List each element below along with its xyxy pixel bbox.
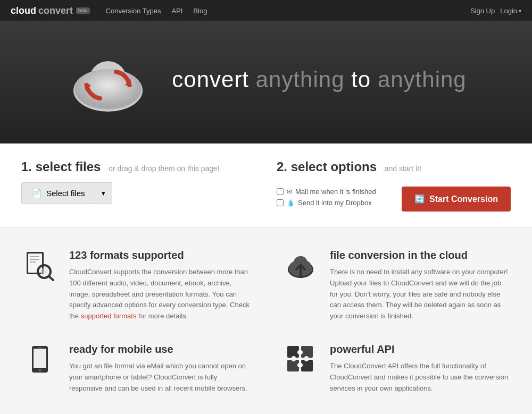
svg-rect-25 bbox=[34, 349, 46, 368]
svg-rect-34 bbox=[304, 356, 309, 361]
feature-mobile-desc: You got an file format via eMail which y… bbox=[69, 361, 250, 394]
options-area: ✉ Mail me when it is finished 💧 Send it … bbox=[277, 182, 376, 210]
refresh-icon: 🔄 bbox=[414, 194, 425, 204]
feature-formats-title: 123 formats supported bbox=[69, 249, 250, 261]
step1-num: 1. bbox=[21, 159, 32, 174]
svg-line-13 bbox=[49, 276, 53, 280]
svg-point-14 bbox=[40, 268, 48, 275]
file-icon: 📄 bbox=[31, 188, 42, 198]
features-section: 123 formats supported CloudConvert suppo… bbox=[0, 228, 532, 414]
nav-links: Conversion Types API Blog bbox=[106, 7, 470, 15]
feature-formats-content: 123 formats supported CloudConvert suppo… bbox=[69, 249, 250, 322]
logo[interactable]: cloudconvert beta bbox=[11, 5, 90, 16]
hero-logo-icon bbox=[65, 43, 151, 117]
select-files-label: Select files bbox=[46, 189, 85, 198]
hero-section: convert anything to anything bbox=[0, 21, 532, 143]
tagline-to: to bbox=[345, 67, 378, 92]
dropdown-caret-icon: ▾ bbox=[102, 189, 105, 197]
feature-cloud-icon bbox=[282, 249, 319, 283]
step2-name: select options bbox=[291, 159, 377, 174]
logo-beta-badge: beta bbox=[76, 7, 90, 14]
feature-cloud-title: file conversion in the cloud bbox=[330, 249, 511, 261]
feature-formats-icon bbox=[21, 249, 59, 283]
nav-right: Sign Up Login ▾ bbox=[470, 7, 521, 15]
svg-rect-29 bbox=[301, 346, 313, 358]
select-files-dropdown-button[interactable]: ▾ bbox=[95, 182, 112, 204]
tagline-anything1: anything bbox=[256, 67, 345, 92]
feature-formats: 123 formats supported CloudConvert suppo… bbox=[21, 249, 250, 322]
start-conversion-button[interactable]: 🔄 Start Conversion bbox=[402, 187, 511, 212]
login-link[interactable]: Login ▾ bbox=[500, 7, 521, 15]
step2-title: 2. select options and start it! bbox=[277, 159, 511, 174]
feature-cloud-content: file conversion in the cloud There is no… bbox=[330, 249, 511, 322]
feature-cloud: file conversion in the cloud There is no… bbox=[282, 249, 511, 322]
nav-link-conversion-types[interactable]: Conversion Types bbox=[106, 7, 161, 15]
step1-sub: or drag & drop them on this page! bbox=[109, 164, 220, 173]
features-grid: 123 formats supported CloudConvert suppo… bbox=[21, 249, 511, 394]
nav-link-blog[interactable]: Blog bbox=[193, 7, 207, 15]
supported-formats-link[interactable]: supported formats bbox=[81, 312, 137, 320]
feature-mobile-icon bbox=[21, 343, 59, 377]
main-section: 1. select files or drag & drop them on t… bbox=[0, 143, 532, 228]
svg-rect-30 bbox=[287, 360, 299, 371]
start-conversion-label: Start Conversion bbox=[429, 195, 498, 204]
step2-num: 2. bbox=[277, 159, 287, 174]
option-dropbox-row: 💧 Send it into my Dropbox bbox=[277, 199, 376, 207]
feature-mobile: ready for mobile use You got an file for… bbox=[21, 343, 250, 394]
sign-up-link[interactable]: Sign Up bbox=[470, 7, 495, 15]
select-files-button[interactable]: 📄 Select files bbox=[21, 182, 95, 204]
tagline-convert: convert bbox=[172, 67, 255, 92]
svg-rect-28 bbox=[287, 346, 299, 358]
option-mail-row: ✉ Mail me when it is finished bbox=[277, 188, 376, 196]
svg-point-26 bbox=[38, 369, 41, 372]
select-files-group: 📄 Select files ▾ bbox=[21, 182, 255, 204]
svg-rect-9 bbox=[30, 256, 39, 257]
logo-convert-text: convert bbox=[38, 5, 73, 16]
svg-rect-27 bbox=[38, 347, 42, 348]
tagline-anything2: anything bbox=[378, 67, 467, 92]
login-caret-icon: ▾ bbox=[519, 8, 521, 14]
svg-point-4 bbox=[74, 69, 142, 109]
feature-api-title: powerful API bbox=[330, 343, 511, 356]
svg-rect-32 bbox=[297, 350, 303, 354]
dropbox-icon: 💧 bbox=[287, 199, 295, 207]
hero-tagline: convert anything to anything bbox=[172, 67, 466, 92]
step2-sub: and start it! bbox=[385, 164, 421, 173]
svg-rect-31 bbox=[301, 360, 313, 371]
feature-api-icon bbox=[282, 343, 319, 377]
svg-rect-10 bbox=[30, 259, 39, 260]
steps-row: 1. select files or drag & drop them on t… bbox=[21, 159, 511, 212]
feature-formats-desc: CloudConvert supports the conversion bet… bbox=[69, 267, 250, 322]
login-label: Login bbox=[500, 7, 517, 15]
feature-cloud-desc: There is no need to install any software… bbox=[330, 267, 511, 322]
mail-icon: ✉ bbox=[287, 188, 292, 196]
feature-api-content: powerful API The CloudConvert API offers… bbox=[330, 343, 511, 394]
step1-title: 1. select files or drag & drop them on t… bbox=[21, 159, 255, 174]
svg-rect-33 bbox=[292, 356, 296, 361]
feature-mobile-title: ready for mobile use bbox=[69, 343, 250, 356]
feature-api: powerful API The CloudConvert API offers… bbox=[282, 343, 511, 394]
option-mail-label: Mail me when it is finished bbox=[295, 188, 376, 196]
option-mail-checkbox[interactable] bbox=[277, 188, 284, 195]
svg-rect-35 bbox=[297, 363, 303, 367]
feature-api-desc: The CloudConvert API offers the full fun… bbox=[330, 361, 511, 394]
logo-cloud-text: cloud bbox=[11, 5, 36, 16]
step1-name: select files bbox=[36, 159, 101, 174]
navigation: cloudconvert beta Conversion Types API B… bbox=[0, 0, 532, 21]
option-dropbox-label: Send it into my Dropbox bbox=[298, 199, 372, 207]
option-dropbox-checkbox[interactable] bbox=[277, 199, 284, 206]
feature-mobile-content: ready for mobile use You got an file for… bbox=[69, 343, 250, 394]
svg-rect-11 bbox=[30, 261, 36, 263]
step2-area: 2. select options and start it! ✉ Mail m… bbox=[277, 159, 511, 212]
step1-area: 1. select files or drag & drop them on t… bbox=[21, 159, 255, 212]
nav-link-api[interactable]: API bbox=[171, 7, 182, 15]
